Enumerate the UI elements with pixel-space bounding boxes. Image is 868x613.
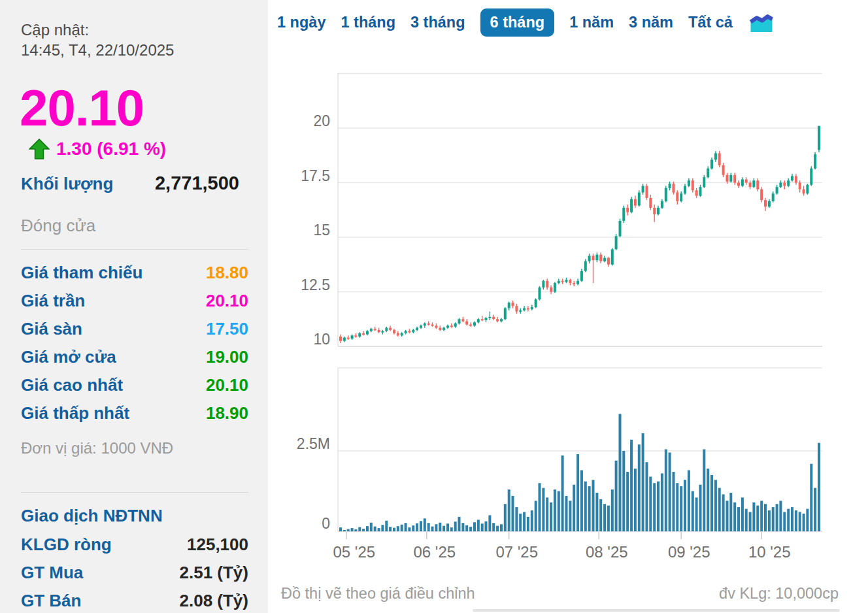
svg-text:15: 15 xyxy=(313,222,330,239)
horizontal-scrollbar[interactable] xyxy=(473,609,840,612)
row-label: Giá thấp nhất xyxy=(21,403,129,423)
row-label: Giá mở cửa xyxy=(21,347,116,367)
svg-text:05 '25: 05 '25 xyxy=(333,543,375,561)
price-change: 1.30 (6.91 %) xyxy=(56,139,166,159)
row-value: 18.90 xyxy=(206,403,248,423)
divider xyxy=(21,249,248,250)
svg-text:09 '25: 09 '25 xyxy=(668,543,710,561)
foreign-trading-rows: KLGD ròng 125,100 GT Mua 2.51 (Tỷ) GT Bá… xyxy=(21,531,248,613)
svg-text:0: 0 xyxy=(322,515,330,532)
svg-text:12.5: 12.5 xyxy=(301,276,330,293)
stock-summary-sidebar: Cập nhật: 14:45, T4, 22/10/2025 20.10 1.… xyxy=(0,0,268,613)
row-label: Giá tham chiếu xyxy=(21,263,142,283)
row-label: Giá sàn xyxy=(21,319,82,339)
volume-gridlines xyxy=(338,368,822,531)
updated-label: Cập nhật: xyxy=(21,20,174,40)
row-value: 19.00 xyxy=(206,347,248,367)
price-detail-rows: Giá tham chiếu 18.80 Giá trần 20.10 Giá … xyxy=(21,259,248,427)
chart-footnote: Đồ thị vẽ theo giá điều chỉnh xyxy=(281,585,475,603)
close-label: Đóng cửa xyxy=(21,216,95,236)
row-highest-price: Giá cao nhất 20.10 xyxy=(21,371,248,399)
svg-text:07 '25: 07 '25 xyxy=(495,543,538,561)
row-buy-value: GT Mua 2.51 (Tỷ) xyxy=(21,559,248,587)
svg-text:10: 10 xyxy=(313,331,330,348)
volume-unit-note: đv KLg: 10,000cp xyxy=(719,585,839,603)
row-value: 125,100 xyxy=(187,535,248,555)
volume-value: 2,771,500 xyxy=(155,173,239,194)
svg-text:10 '25: 10 '25 xyxy=(748,543,791,561)
up-arrow-icon xyxy=(29,139,50,159)
price-unit-note: Đơn vị giá: 1000 VNĐ xyxy=(21,439,173,457)
volume-bars xyxy=(339,414,820,531)
volume-axis-labels: 2.5M0 xyxy=(297,435,330,532)
updated-time: 14:45, T4, 22/10/2025 xyxy=(21,40,174,60)
row-label: GT Bán xyxy=(21,591,81,611)
divider xyxy=(21,492,248,493)
row-value: 17.50 xyxy=(206,319,248,339)
row-label: Giá trần xyxy=(21,291,85,311)
price-gridlines xyxy=(338,73,822,346)
svg-text:08 '25: 08 '25 xyxy=(586,543,628,561)
row-ceiling-price: Giá trần 20.10 xyxy=(21,287,248,315)
foreign-trading-title: Giao dịch NĐTNN xyxy=(21,506,163,526)
row-value: 20.10 xyxy=(206,375,248,395)
row-label: Giá cao nhất xyxy=(21,375,123,395)
row-floor-price: Giá sàn 17.50 xyxy=(21,315,248,343)
row-label: GT Mua xyxy=(21,563,83,583)
price-volume-chart[interactable]: 1012.51517.5202.5M005 '2506 '2507 '2508 … xyxy=(268,0,868,569)
row-value: 20.10 xyxy=(206,291,248,311)
svg-text:2.5M: 2.5M xyxy=(297,435,330,452)
row-lowest-price: Giá thấp nhất 18.90 xyxy=(21,399,248,427)
last-price: 20.10 xyxy=(20,82,144,133)
volume-label: Khối lượng xyxy=(21,174,113,194)
row-sell-value: GT Bán 2.08 (Tỷ) xyxy=(21,587,248,613)
row-value: 2.08 (Tỷ) xyxy=(180,591,249,611)
row-reference-price: Giá tham chiếu 18.80 xyxy=(21,259,248,287)
svg-text:17.5: 17.5 xyxy=(301,167,330,184)
price-axis-labels: 1012.51517.520 xyxy=(301,112,330,348)
candlesticks xyxy=(339,126,820,343)
row-open-price: Giá mở cửa 19.00 xyxy=(21,343,248,371)
row-value: 2.51 (Tỷ) xyxy=(180,563,249,583)
x-axis: 05 '2506 '2507 '2508 '2509 '2510 '25 xyxy=(333,532,790,561)
svg-text:20: 20 xyxy=(313,112,330,129)
row-label: KLGD ròng xyxy=(21,535,112,555)
row-net-volume: KLGD ròng 125,100 xyxy=(21,531,248,559)
row-value: 18.80 xyxy=(206,263,248,283)
svg-text:06 '25: 06 '25 xyxy=(413,543,456,561)
